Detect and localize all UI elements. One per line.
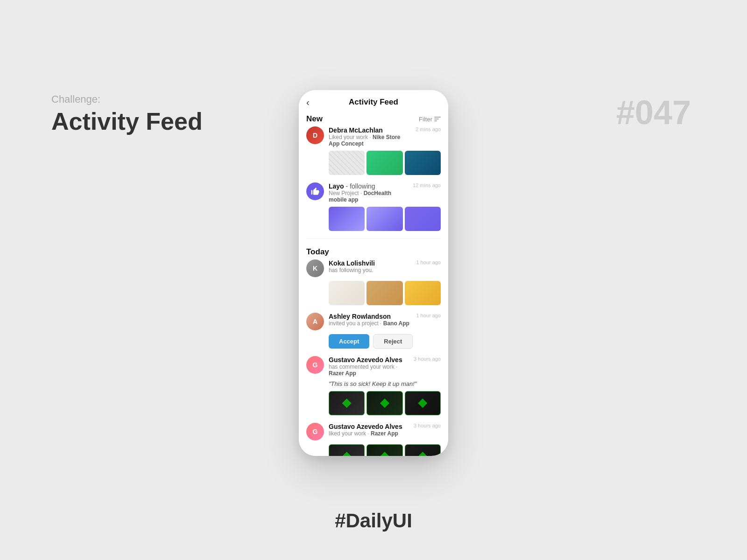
avatar-gustavo2: G — [306, 423, 324, 441]
challenge-title: Activity Feed — [51, 108, 203, 135]
feed-item-ashley: A Ashley Rowlandson invited you a projec… — [306, 313, 441, 349]
feed-name-layo: Layo - following — [329, 182, 409, 190]
image-grid-gustavo2 — [329, 444, 441, 456]
feed-item-koka-header: K Koka Lolishvili has following you. 1 h… — [306, 259, 441, 277]
feed-time-gustavo1: 3 hours ago — [414, 356, 441, 362]
thumb-doc-2[interactable] — [366, 207, 402, 231]
feed-item-koka: K Koka Lolishvili has following you. 1 h… — [306, 259, 441, 305]
feed-time-layo: 12 mins ago — [413, 182, 441, 188]
reject-button[interactable]: Reject — [373, 334, 413, 349]
filter-label: Filter — [419, 116, 432, 123]
feed-action-debra: Liked your work · Nike Store App Concept — [329, 134, 412, 147]
thumb-nike-3[interactable] — [405, 151, 441, 175]
feed-action-layo: New Project · DocHealth mobile app — [329, 190, 409, 203]
feed-name-gustavo2: Gustavo Azevedo Alves — [329, 423, 410, 430]
section-new-label: New — [306, 114, 323, 124]
feed-item-ashley-header: A Ashley Rowlandson invited you a projec… — [306, 313, 441, 330]
phone-mockup: ‹ Activity Feed New Filter D — [299, 90, 448, 456]
avatar-debra: D — [306, 126, 324, 144]
feed-action-gustavo2: liked your work · Razer App — [329, 430, 410, 437]
feed-meta-layo: Layo - following New Project · DocHealth… — [329, 182, 409, 203]
feed-meta-ashley: Ashley Rowlandson invited you a project … — [329, 313, 412, 327]
feed-action-ashley: invited you a project · Bano App — [329, 320, 412, 327]
feed-name-gustavo1: Gustavo Azevedo Alves — [329, 356, 410, 364]
filter-button[interactable]: Filter — [419, 116, 441, 123]
comment-gustavo1: "This is so sick! Keep it up man!" — [329, 380, 441, 387]
action-buttons-ashley: Accept Reject — [329, 334, 441, 349]
avatar-koka: K — [306, 259, 324, 277]
avatar-gustavo1: G — [306, 356, 324, 374]
thumb-razer-1a[interactable] — [329, 391, 365, 415]
challenge-number: #047 — [616, 93, 691, 132]
section-today-header: Today — [306, 244, 441, 259]
image-grid-debra — [329, 151, 441, 175]
feed-item-gustavo-like: G Gustavo Azevedo Alves liked your work … — [306, 423, 441, 456]
section-today-label: Today — [306, 247, 329, 257]
feed-name-ashley: Ashley Rowlandson — [329, 313, 412, 320]
thumb-doc-3[interactable] — [405, 207, 441, 231]
thumb-nike-1[interactable] — [329, 151, 365, 175]
feed-name-debra: Debra McLachlan — [329, 126, 412, 134]
back-button[interactable]: ‹ — [306, 97, 310, 108]
thumb-koka-3[interactable] — [405, 281, 441, 305]
left-label: Challenge: Activity Feed — [51, 93, 203, 135]
accept-button[interactable]: Accept — [329, 334, 369, 349]
phone-header: ‹ Activity Feed — [299, 90, 448, 111]
feed-item-gustavo-comment: G Gustavo Azevedo Alves has commented yo… — [306, 356, 441, 415]
filter-icon — [434, 117, 441, 121]
feed-meta-debra: Debra McLachlan Liked your work · Nike S… — [329, 126, 412, 147]
feed-time-debra: 2 mins ago — [416, 126, 441, 132]
feed-time-ashley: 1 hour ago — [416, 313, 441, 318]
thumb-nike-2[interactable] — [366, 151, 402, 175]
image-grid-koka — [329, 281, 441, 305]
feed-item-layo-header: Layo - following New Project · DocHealth… — [306, 182, 441, 203]
daily-ui-hashtag: #DailyUI — [335, 510, 412, 532]
thumbsup-icon — [310, 187, 320, 196]
image-grid-layo — [329, 207, 441, 231]
thumb-razer-3b[interactable] — [405, 444, 441, 456]
feed-time-gustavo2: 3 hours ago — [414, 423, 441, 428]
thumb-razer-1b[interactable] — [329, 444, 365, 456]
divider-today — [306, 238, 441, 239]
feed-item-gustavo1-header: G Gustavo Azevedo Alves has commented yo… — [306, 356, 441, 377]
challenge-prefix: Challenge: — [51, 93, 203, 105]
feed-name-koka: Koka Lolishvili — [329, 259, 412, 267]
thumb-razer-2a[interactable] — [366, 391, 402, 415]
avatar-layo — [306, 182, 324, 200]
feed-item-gustavo2-header: G Gustavo Azevedo Alves liked your work … — [306, 423, 441, 441]
thumb-koka-2[interactable] — [366, 281, 402, 305]
feed-time-koka: 1 hour ago — [416, 259, 441, 265]
screen-title: Activity Feed — [349, 98, 398, 107]
feed-item-debra: D Debra McLachlan Liked your work · Nike… — [306, 126, 441, 175]
thumb-doc-1[interactable] — [329, 207, 365, 231]
image-grid-gustavo1 — [329, 391, 441, 415]
feed-item-debra-header: D Debra McLachlan Liked your work · Nike… — [306, 126, 441, 147]
thumb-razer-3a[interactable] — [405, 391, 441, 415]
avatar-ashley: A — [306, 313, 324, 330]
phone-content[interactable]: New Filter D Debra McLachlan Liked your … — [299, 111, 448, 456]
feed-meta-gustavo1: Gustavo Azevedo Alves has commented your… — [329, 356, 410, 377]
page-wrapper: Challenge: Activity Feed #047 ‹ Activity… — [0, 0, 747, 560]
section-new-header: New Filter — [306, 111, 441, 126]
feed-meta-koka: Koka Lolishvili has following you. — [329, 259, 412, 273]
feed-item-layo: Layo - following New Project · DocHealth… — [306, 182, 441, 231]
feed-action-gustavo1: has commented your work · Razer App — [329, 364, 410, 377]
thumb-koka-1[interactable] — [329, 281, 365, 305]
feed-action-koka: has following you. — [329, 267, 412, 273]
thumb-razer-2b[interactable] — [366, 444, 402, 456]
feed-meta-gustavo2: Gustavo Azevedo Alves liked your work · … — [329, 423, 410, 437]
